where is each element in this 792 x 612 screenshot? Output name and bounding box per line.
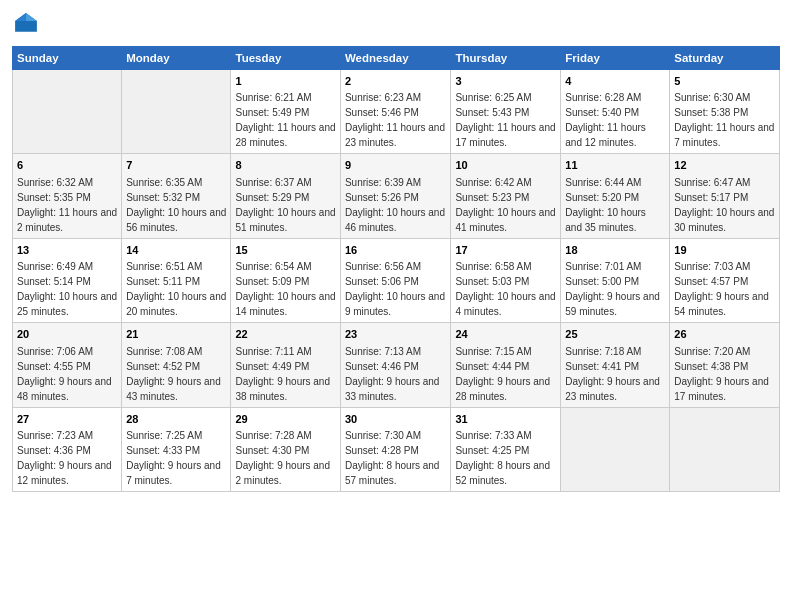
day-info: Sunrise: 7:08 AMSunset: 4:52 PMDaylight:… xyxy=(126,346,221,402)
day-info: Sunrise: 7:03 AMSunset: 4:57 PMDaylight:… xyxy=(674,261,769,317)
day-info: Sunrise: 6:39 AMSunset: 5:26 PMDaylight:… xyxy=(345,177,445,233)
calendar-week-row: 1Sunrise: 6:21 AMSunset: 5:49 PMDaylight… xyxy=(13,70,780,154)
calendar-cell: 11Sunrise: 6:44 AMSunset: 5:20 PMDayligh… xyxy=(561,154,670,238)
calendar-cell xyxy=(670,407,780,491)
day-number: 23 xyxy=(345,327,447,342)
calendar-cell: 1Sunrise: 6:21 AMSunset: 5:49 PMDaylight… xyxy=(231,70,340,154)
weekday-header: Wednesday xyxy=(340,47,451,70)
day-number: 11 xyxy=(565,158,665,173)
calendar-cell: 19Sunrise: 7:03 AMSunset: 4:57 PMDayligh… xyxy=(670,238,780,322)
calendar-cell: 25Sunrise: 7:18 AMSunset: 4:41 PMDayligh… xyxy=(561,323,670,407)
day-number: 26 xyxy=(674,327,775,342)
day-number: 21 xyxy=(126,327,226,342)
day-number: 12 xyxy=(674,158,775,173)
weekday-header: Thursday xyxy=(451,47,561,70)
logo-icon xyxy=(12,10,40,38)
calendar-cell: 23Sunrise: 7:13 AMSunset: 4:46 PMDayligh… xyxy=(340,323,451,407)
calendar-cell: 9Sunrise: 6:39 AMSunset: 5:26 PMDaylight… xyxy=(340,154,451,238)
calendar-cell: 16Sunrise: 6:56 AMSunset: 5:06 PMDayligh… xyxy=(340,238,451,322)
day-number: 25 xyxy=(565,327,665,342)
day-number: 27 xyxy=(17,412,117,427)
calendar-cell: 28Sunrise: 7:25 AMSunset: 4:33 PMDayligh… xyxy=(122,407,231,491)
weekday-header: Monday xyxy=(122,47,231,70)
day-number: 8 xyxy=(235,158,335,173)
calendar-table: SundayMondayTuesdayWednesdayThursdayFrid… xyxy=(12,46,780,492)
calendar-cell: 3Sunrise: 6:25 AMSunset: 5:43 PMDaylight… xyxy=(451,70,561,154)
weekday-header: Friday xyxy=(561,47,670,70)
calendar-cell: 24Sunrise: 7:15 AMSunset: 4:44 PMDayligh… xyxy=(451,323,561,407)
day-info: Sunrise: 6:51 AMSunset: 5:11 PMDaylight:… xyxy=(126,261,226,317)
day-number: 7 xyxy=(126,158,226,173)
day-number: 6 xyxy=(17,158,117,173)
day-info: Sunrise: 6:25 AMSunset: 5:43 PMDaylight:… xyxy=(455,92,555,148)
calendar-cell: 21Sunrise: 7:08 AMSunset: 4:52 PMDayligh… xyxy=(122,323,231,407)
day-number: 10 xyxy=(455,158,556,173)
day-info: Sunrise: 6:42 AMSunset: 5:23 PMDaylight:… xyxy=(455,177,555,233)
calendar-cell: 20Sunrise: 7:06 AMSunset: 4:55 PMDayligh… xyxy=(13,323,122,407)
day-number: 24 xyxy=(455,327,556,342)
calendar-cell: 18Sunrise: 7:01 AMSunset: 5:00 PMDayligh… xyxy=(561,238,670,322)
day-info: Sunrise: 6:56 AMSunset: 5:06 PMDaylight:… xyxy=(345,261,445,317)
day-number: 4 xyxy=(565,74,665,89)
calendar-cell: 14Sunrise: 6:51 AMSunset: 5:11 PMDayligh… xyxy=(122,238,231,322)
day-info: Sunrise: 6:49 AMSunset: 5:14 PMDaylight:… xyxy=(17,261,117,317)
day-number: 16 xyxy=(345,243,447,258)
calendar-cell: 30Sunrise: 7:30 AMSunset: 4:28 PMDayligh… xyxy=(340,407,451,491)
calendar-cell: 12Sunrise: 6:47 AMSunset: 5:17 PMDayligh… xyxy=(670,154,780,238)
day-info: Sunrise: 7:06 AMSunset: 4:55 PMDaylight:… xyxy=(17,346,112,402)
calendar-cell: 15Sunrise: 6:54 AMSunset: 5:09 PMDayligh… xyxy=(231,238,340,322)
calendar-cell: 26Sunrise: 7:20 AMSunset: 4:38 PMDayligh… xyxy=(670,323,780,407)
day-info: Sunrise: 7:11 AMSunset: 4:49 PMDaylight:… xyxy=(235,346,330,402)
calendar-week-row: 13Sunrise: 6:49 AMSunset: 5:14 PMDayligh… xyxy=(13,238,780,322)
svg-marker-1 xyxy=(26,13,37,21)
calendar-cell: 29Sunrise: 7:28 AMSunset: 4:30 PMDayligh… xyxy=(231,407,340,491)
calendar-cell: 22Sunrise: 7:11 AMSunset: 4:49 PMDayligh… xyxy=(231,323,340,407)
day-number: 15 xyxy=(235,243,335,258)
calendar-week-row: 6Sunrise: 6:32 AMSunset: 5:35 PMDaylight… xyxy=(13,154,780,238)
calendar-cell: 10Sunrise: 6:42 AMSunset: 5:23 PMDayligh… xyxy=(451,154,561,238)
day-info: Sunrise: 6:35 AMSunset: 5:32 PMDaylight:… xyxy=(126,177,226,233)
day-info: Sunrise: 7:20 AMSunset: 4:38 PMDaylight:… xyxy=(674,346,769,402)
weekday-header: Tuesday xyxy=(231,47,340,70)
day-info: Sunrise: 7:13 AMSunset: 4:46 PMDaylight:… xyxy=(345,346,440,402)
day-number: 18 xyxy=(565,243,665,258)
day-info: Sunrise: 6:30 AMSunset: 5:38 PMDaylight:… xyxy=(674,92,774,148)
page-header xyxy=(12,10,780,38)
weekday-header: Saturday xyxy=(670,47,780,70)
calendar-cell: 6Sunrise: 6:32 AMSunset: 5:35 PMDaylight… xyxy=(13,154,122,238)
day-number: 9 xyxy=(345,158,447,173)
calendar-cell: 31Sunrise: 7:33 AMSunset: 4:25 PMDayligh… xyxy=(451,407,561,491)
day-info: Sunrise: 7:28 AMSunset: 4:30 PMDaylight:… xyxy=(235,430,330,486)
day-info: Sunrise: 7:01 AMSunset: 5:00 PMDaylight:… xyxy=(565,261,660,317)
day-number: 22 xyxy=(235,327,335,342)
calendar-cell xyxy=(561,407,670,491)
day-info: Sunrise: 6:21 AMSunset: 5:49 PMDaylight:… xyxy=(235,92,335,148)
day-info: Sunrise: 7:33 AMSunset: 4:25 PMDaylight:… xyxy=(455,430,550,486)
day-number: 3 xyxy=(455,74,556,89)
day-number: 13 xyxy=(17,243,117,258)
calendar-cell: 13Sunrise: 6:49 AMSunset: 5:14 PMDayligh… xyxy=(13,238,122,322)
day-info: Sunrise: 7:30 AMSunset: 4:28 PMDaylight:… xyxy=(345,430,440,486)
calendar-cell xyxy=(122,70,231,154)
day-number: 28 xyxy=(126,412,226,427)
page-container: SundayMondayTuesdayWednesdayThursdayFrid… xyxy=(0,0,792,500)
calendar-cell: 8Sunrise: 6:37 AMSunset: 5:29 PMDaylight… xyxy=(231,154,340,238)
day-info: Sunrise: 6:28 AMSunset: 5:40 PMDaylight:… xyxy=(565,92,646,148)
day-info: Sunrise: 7:23 AMSunset: 4:36 PMDaylight:… xyxy=(17,430,112,486)
calendar-cell: 2Sunrise: 6:23 AMSunset: 5:46 PMDaylight… xyxy=(340,70,451,154)
calendar-cell: 17Sunrise: 6:58 AMSunset: 5:03 PMDayligh… xyxy=(451,238,561,322)
day-info: Sunrise: 6:58 AMSunset: 5:03 PMDaylight:… xyxy=(455,261,555,317)
calendar-cell xyxy=(13,70,122,154)
svg-marker-2 xyxy=(15,13,26,21)
day-info: Sunrise: 6:47 AMSunset: 5:17 PMDaylight:… xyxy=(674,177,774,233)
calendar-week-row: 27Sunrise: 7:23 AMSunset: 4:36 PMDayligh… xyxy=(13,407,780,491)
calendar-week-row: 20Sunrise: 7:06 AMSunset: 4:55 PMDayligh… xyxy=(13,323,780,407)
day-number: 17 xyxy=(455,243,556,258)
day-number: 14 xyxy=(126,243,226,258)
day-number: 2 xyxy=(345,74,447,89)
day-info: Sunrise: 6:37 AMSunset: 5:29 PMDaylight:… xyxy=(235,177,335,233)
day-number: 20 xyxy=(17,327,117,342)
day-info: Sunrise: 6:23 AMSunset: 5:46 PMDaylight:… xyxy=(345,92,445,148)
day-info: Sunrise: 6:54 AMSunset: 5:09 PMDaylight:… xyxy=(235,261,335,317)
weekday-header: Sunday xyxy=(13,47,122,70)
